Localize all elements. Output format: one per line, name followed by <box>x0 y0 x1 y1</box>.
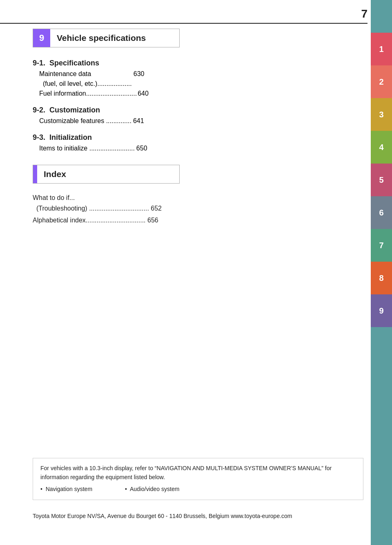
index-entry-1: What to do if... (Troubleshooting) .....… <box>33 193 363 213</box>
toc-9-2-num: 9-2. <box>33 106 49 114</box>
index-entry-2-page: 656 <box>147 217 158 224</box>
toc-entry-page-3: 641 <box>133 116 144 126</box>
sidebar-tab-top <box>371 0 392 33</box>
sidebar-tab-1[interactable]: 1 <box>371 33 392 65</box>
toc-entry-text-3: Customizable features .............. <box>39 116 131 126</box>
toc-9-3-title: 9-3. Initialization <box>33 133 363 142</box>
footer-address: Toyota Motor Europe NV/SA, Avenue du Bou… <box>33 512 292 520</box>
sidebar-tab-3[interactable]: 3 <box>371 98 392 131</box>
toc-9-1-entry-1: Maintenance data (fuel, oil level, etc.)… <box>39 69 363 89</box>
sidebar-label-9: 9 <box>379 306 383 316</box>
sidebar-tab-5[interactable]: 5 <box>371 164 392 196</box>
sidebar-tab-bottom <box>371 327 392 545</box>
section9-number: 9 <box>33 29 50 47</box>
footer-note-box: For vehicles with a 10.3-inch display, r… <box>33 458 363 500</box>
sidebar-tab-8[interactable]: 8 <box>371 262 392 294</box>
sidebar-label-6: 6 <box>379 208 383 218</box>
footer-bullet-nav: • Navigation system <box>40 485 92 494</box>
page-number: 7 <box>361 7 368 20</box>
sidebar-tab-2[interactable]: 2 <box>371 65 392 98</box>
footer-note-text: For vehicles with a 10.3-inch display, r… <box>40 465 332 480</box>
bullet-audio-text: • Audio/video system <box>125 485 179 494</box>
toc-9-3-label: Initialization <box>49 133 92 141</box>
toc-9-1-title: 9-1. Specifications <box>33 59 363 67</box>
bullet-nav-text: • Navigation system <box>40 485 92 494</box>
index-title: Index <box>37 165 73 183</box>
toc-entry-text-4: Items to initialize ....................… <box>39 144 135 153</box>
toc-9-3-entry-1: Items to initialize ....................… <box>39 144 363 153</box>
sidebar-label-4: 4 <box>379 143 383 152</box>
toc-9-1-label: Specifications <box>49 59 99 67</box>
top-rule <box>0 23 368 24</box>
sidebar-tab-9[interactable]: 9 <box>371 294 392 327</box>
footer-bullet-row: • Navigation system • Audio/video system <box>40 485 356 494</box>
toc-section-9-2: 9-2. Customization Customizable features… <box>33 106 363 126</box>
toc-9-1-num: 9-1. <box>33 59 49 67</box>
toc-9-2-entry-1: Customizable features .............. 641 <box>39 116 363 126</box>
toc-entry-text: Maintenance data (fuel, oil level, etc.)… <box>39 69 132 89</box>
toc-9-2-title: 9-2. Customization <box>33 106 363 114</box>
footer-bullet-audio: • Audio/video system <box>125 485 179 494</box>
sidebar: 1 2 3 4 5 6 7 8 9 <box>371 0 392 545</box>
toc-section-9-3: 9-3. Initialization Items to initialize … <box>33 133 363 153</box>
sidebar-label-7: 7 <box>379 241 383 250</box>
index-heading-box: Index <box>33 165 180 184</box>
index-bar <box>33 165 37 183</box>
sidebar-label-2: 2 <box>379 77 383 87</box>
sidebar-label-8: 8 <box>379 274 383 283</box>
section9-heading-box: 9 Vehicle specifications <box>33 29 180 47</box>
sidebar-tab-4[interactable]: 4 <box>371 131 392 164</box>
index-entry-2: Alphabetical index......................… <box>33 215 363 226</box>
toc-9-2-label: Customization <box>49 106 100 114</box>
sidebar-label-3: 3 <box>379 110 383 119</box>
index-entry-1-page: 652 <box>151 205 162 212</box>
toc-entry-text-2: Fuel information........................… <box>39 89 137 99</box>
index-entry-2-text: Alphabetical index......................… <box>33 217 146 224</box>
toc-entry-page-2: 640 <box>138 89 149 99</box>
toc-9-3-num: 9-3. <box>33 133 49 141</box>
toc-entry-page-4: 650 <box>136 144 147 153</box>
main-content: 9 Vehicle specifications 9-1. Specificat… <box>33 29 363 545</box>
sidebar-tab-6[interactable]: 6 <box>371 196 392 229</box>
sidebar-tab-7[interactable]: 7 <box>371 229 392 262</box>
sidebar-label-1: 1 <box>379 45 383 54</box>
index-entry-1-text: What to do if... (Troubleshooting) .....… <box>33 194 149 212</box>
toc-section-9-1: 9-1. Specifications Maintenance data (fu… <box>33 59 363 99</box>
toc-9-1-entry-2: Fuel information........................… <box>39 89 363 99</box>
index-entries: What to do if... (Troubleshooting) .....… <box>33 193 363 226</box>
sidebar-label-5: 5 <box>379 175 383 185</box>
section9-title: Vehicle specifications <box>50 29 152 47</box>
toc-entry-page: 630 <box>134 69 145 79</box>
